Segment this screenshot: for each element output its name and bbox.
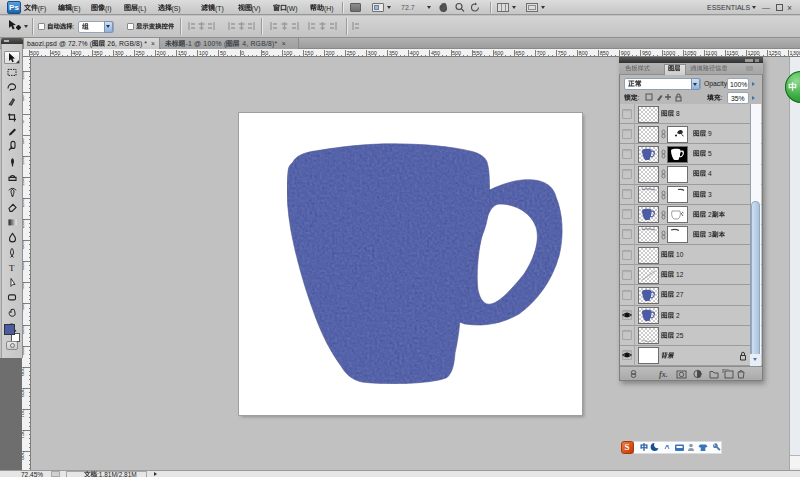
- svg-text:T: T: [9, 263, 15, 273]
- svg-text:fx.: fx.: [659, 370, 668, 379]
